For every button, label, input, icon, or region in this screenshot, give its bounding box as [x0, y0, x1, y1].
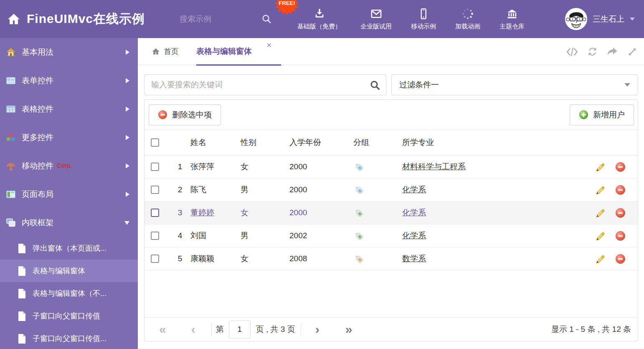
sidebar-item-form-controls[interactable]: 表单控件: [0, 66, 138, 95]
sidebar-subitem[interactable]: 子窗口向父窗口传值...: [0, 327, 138, 349]
delete-selected-button[interactable]: 删除选中项: [149, 104, 221, 125]
app-logo[interactable]: FineUIMvc在线示例: [7, 0, 145, 38]
chevron-right-icon: [126, 192, 129, 197]
nav-item-theme-store[interactable]: 主题仓库: [499, 8, 525, 31]
sidebar-item-label: 表格控件: [22, 104, 126, 115]
file-icon: [18, 266, 26, 276]
select-all-checkbox[interactable]: [151, 138, 159, 147]
sidebar-subitem[interactable]: 表格与编辑窗体: [0, 260, 138, 282]
sidebar-subitem-label: 子窗口向父窗口传值: [33, 311, 100, 321]
frames-icon: [5, 217, 16, 228]
row-checkbox[interactable]: [151, 232, 159, 240]
tab-home[interactable]: 首页: [152, 46, 179, 56]
table-row[interactable]: 2 陈飞 男 2000 化学系: [145, 178, 638, 201]
sidebar-item-grid-controls[interactable]: 表格控件: [0, 95, 138, 123]
search-icon[interactable]: [370, 80, 380, 91]
table-row[interactable]: 4 刘国 男 2002 化学系: [145, 224, 638, 247]
row-year: 2002: [289, 231, 353, 240]
tab-close-icon[interactable]: ✕: [266, 42, 272, 49]
table-row[interactable]: 1 张萍萍 女 2000 材料科学与工程系: [145, 155, 638, 178]
major-link[interactable]: 化学系: [402, 231, 426, 240]
pager-page-suffix: 页 , 共 3 页: [256, 324, 295, 335]
file-icon: [18, 243, 26, 254]
row-checkbox[interactable]: [151, 255, 159, 263]
nav-item-enterprise-trial[interactable]: 企业版试用: [360, 8, 392, 31]
bank-icon: [506, 8, 518, 20]
row-index: 4: [170, 231, 190, 240]
pager-next-icon[interactable]: ›: [315, 323, 319, 336]
tab-active[interactable]: 表格与编辑窗体 ✕: [196, 38, 281, 65]
tab-tools: [566, 38, 638, 65]
refresh-icon[interactable]: [586, 46, 598, 58]
table-header: 姓名 性别 入学年份 分组 所学专业: [145, 130, 638, 155]
sidebar-item-more-controls[interactable]: 更多控件: [0, 123, 138, 152]
sidebar-item-label: 移动控件Corp.: [22, 160, 126, 171]
pager-divider: [301, 323, 301, 336]
row-gender: 男: [241, 184, 289, 195]
chevron-right-icon: [126, 163, 129, 168]
delete-row-icon[interactable]: [615, 231, 626, 241]
col-major: 所学专业: [402, 137, 590, 148]
user-menu[interactable]: 三生石上: [565, 0, 635, 38]
page-number-input[interactable]: [229, 321, 251, 339]
row-year: 2000: [289, 162, 353, 171]
filter-dropdown[interactable]: 过滤条件一: [391, 74, 638, 95]
major-link[interactable]: 材料科学与工程系: [402, 162, 466, 171]
header-search[interactable]: 搜索示例: [180, 0, 272, 38]
row-checkbox[interactable]: [151, 163, 159, 171]
sidebar-item-basic-usage[interactable]: 基本用法: [0, 38, 138, 66]
sidebar: 基本用法 表单控件 表格控件 更多控件 移动控件Corp. 页面布局: [0, 38, 138, 349]
edit-pencil-icon[interactable]: [595, 208, 605, 218]
row-checkbox[interactable]: [151, 209, 159, 217]
pager-summary: 显示 1 - 5 条 , 共 12 条: [551, 324, 631, 335]
tag-icon: [354, 231, 402, 241]
filter-row: 过滤条件一: [138, 65, 644, 95]
source-code-icon[interactable]: [566, 46, 578, 58]
edit-pencil-icon[interactable]: [595, 162, 605, 172]
major-link[interactable]: 化学系: [402, 185, 426, 194]
file-icon: [18, 288, 26, 299]
search-icon[interactable]: [261, 14, 272, 24]
major-link[interactable]: 数学系: [402, 254, 426, 263]
delete-row-icon[interactable]: [615, 208, 626, 218]
col-name: 姓名: [190, 137, 241, 148]
pager-last-icon[interactable]: »: [345, 323, 352, 336]
expand-icon[interactable]: [626, 46, 638, 58]
layout-icon: [5, 189, 16, 200]
row-checkbox[interactable]: [151, 186, 159, 194]
sidebar-item-mobile-controls[interactable]: 移动控件Corp.: [0, 152, 138, 180]
nav-item-mobile-demo[interactable]: 移动示例: [411, 8, 436, 31]
sidebar-subitem[interactable]: 子窗口向父窗口传值: [0, 305, 138, 327]
edit-pencil-icon[interactable]: [595, 231, 605, 241]
row-name: 张萍萍: [190, 161, 241, 172]
home-tab-icon: [152, 47, 160, 56]
keyword-search-box: [144, 74, 386, 95]
table-row[interactable]: 5 康颖颖 女 2008 数学系: [145, 247, 638, 270]
delete-row-icon[interactable]: [615, 254, 626, 264]
pager-prev-icon[interactable]: ‹: [191, 323, 195, 336]
nav-item-basic-edition[interactable]: FREE! 基础版（免费）: [297, 8, 341, 31]
pager-first-icon[interactable]: «: [159, 323, 166, 336]
edit-pencil-icon[interactable]: [595, 254, 605, 264]
edit-pencil-icon[interactable]: [595, 185, 605, 195]
sidebar-item-inline-frame[interactable]: 内联框架: [0, 209, 138, 237]
nav-item-loading-animation[interactable]: 加载动画: [455, 8, 480, 31]
delete-row-icon[interactable]: [615, 162, 626, 172]
mobile-icon: [418, 8, 429, 20]
add-user-button[interactable]: 新增用户: [570, 104, 634, 125]
sidebar-subitem-label: 表格与编辑窗体（不...: [33, 288, 106, 298]
pager-page-prefix: 第: [216, 324, 224, 335]
sidebar-item-page-layout[interactable]: 页面布局: [0, 180, 138, 209]
sidebar-subitem[interactable]: 弹出窗体（本页面或...: [0, 237, 138, 260]
major-link[interactable]: 化学系: [402, 208, 426, 217]
pagination-bar: « ‹ 第 页 , 共 3 页 › » 显示 1 - 5 条 , 共 12 条: [145, 317, 638, 341]
sidebar-subitem[interactable]: 表格与编辑窗体（不...: [0, 282, 138, 305]
tag-icon: [354, 254, 402, 264]
delete-row-icon[interactable]: [615, 185, 626, 195]
row-gender: 男: [241, 230, 289, 241]
keyword-search-input[interactable]: [145, 75, 386, 95]
table-row[interactable]: 3 董婷婷 女 2000 化学系: [145, 201, 638, 224]
row-index: 2: [170, 185, 190, 194]
download-icon: [314, 8, 325, 20]
share-icon[interactable]: [606, 46, 618, 58]
